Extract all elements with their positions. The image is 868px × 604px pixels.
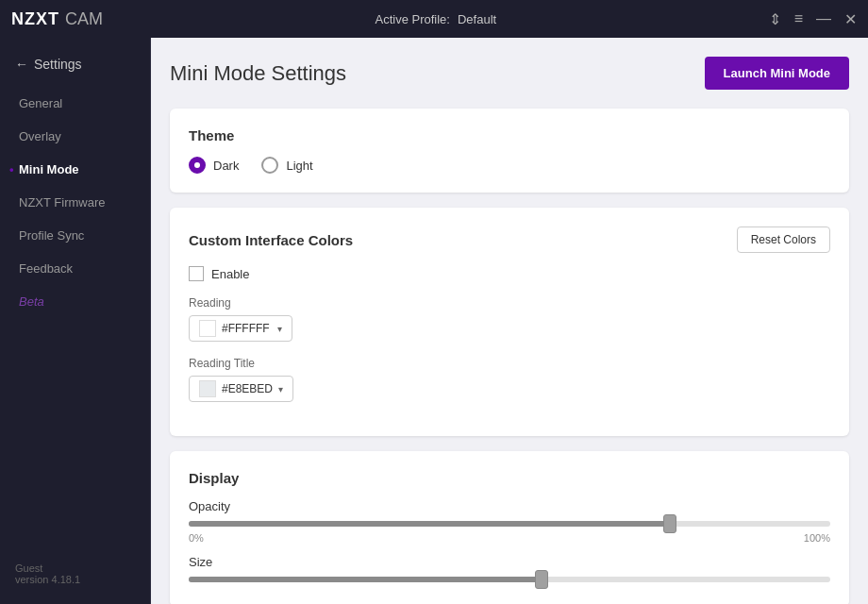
- opacity-slider-labels: 0% 100%: [189, 532, 830, 544]
- size-section: Size: [189, 555, 830, 582]
- sidebar-item-feedback[interactable]: Feedback: [0, 252, 150, 285]
- back-to-settings[interactable]: ← Settings: [0, 47, 150, 81]
- sidebar-footer: Guest version 4.18.1: [0, 553, 150, 595]
- enable-checkbox[interactable]: [189, 266, 204, 281]
- logo-cam: CAM: [65, 9, 103, 29]
- reading-title-color-picker-row: #E8EBED ▾: [189, 376, 830, 402]
- sidebar-spacer: [0, 318, 150, 553]
- active-profile-label: Active Profile:: [375, 12, 449, 26]
- sidebar-item-mini-mode[interactable]: Mini Mode: [0, 153, 150, 186]
- active-profile: Active Profile: Default: [375, 12, 496, 26]
- size-slider-track: [189, 577, 830, 582]
- reading-color-section: Reading #FFFFFF ▾: [189, 296, 830, 342]
- sidebar: ← Settings General Overlay Mini Mode NZX…: [0, 38, 151, 604]
- size-label: Size: [189, 555, 830, 569]
- sidebar-item-nzxt-firmware[interactable]: NZXT Firmware: [0, 186, 150, 219]
- opacity-section: Opacity 0% 100%: [189, 499, 830, 544]
- reading-dropdown-arrow: ▾: [277, 324, 282, 334]
- theme-card-title: Theme: [189, 127, 830, 143]
- custom-colors-card: Custom Interface Colors Reset Colors Ena…: [170, 208, 849, 436]
- main-layout: ← Settings General Overlay Mini Mode NZX…: [0, 38, 868, 604]
- sidebar-item-beta[interactable]: Beta: [0, 285, 150, 318]
- reading-title-color-picker[interactable]: #E8EBED ▾: [189, 376, 293, 402]
- reading-color-hex: #FFFFFF: [222, 322, 270, 335]
- opacity-label: Opacity: [189, 499, 830, 513]
- opacity-slider-thumb[interactable]: [663, 514, 676, 533]
- titlebar: NZXT CAM Active Profile: Default ⇕ ≡ — ✕: [0, 0, 868, 38]
- theme-light-radio[interactable]: [261, 157, 278, 174]
- app-logo: NZXT CAM: [11, 9, 103, 29]
- reading-color-swatch: [199, 320, 216, 337]
- opacity-min-label: 0%: [189, 532, 204, 544]
- sidebar-item-profile-sync[interactable]: Profile Sync: [0, 219, 150, 252]
- reading-title-color-section: Reading Title #E8EBED ▾: [189, 357, 830, 402]
- app-version: version 4.18.1: [15, 574, 135, 585]
- reading-title-label: Reading Title: [189, 357, 830, 370]
- reading-title-color-swatch: [199, 380, 216, 397]
- user-name: Guest: [15, 562, 135, 574]
- page-header: Mini Mode Settings Launch Mini Mode: [170, 57, 849, 90]
- reading-label: Reading: [189, 296, 830, 310]
- page-title: Mini Mode Settings: [170, 61, 346, 86]
- opacity-max-label: 100%: [804, 532, 830, 544]
- settings-label: Settings: [34, 57, 82, 72]
- enable-label: Enable: [211, 267, 249, 281]
- logo-nzxt: NZXT: [11, 9, 59, 29]
- reading-title-dropdown-arrow: ▾: [278, 384, 283, 394]
- sidebar-item-overlay[interactable]: Overlay: [0, 120, 150, 153]
- close-icon[interactable]: ✕: [844, 10, 857, 28]
- reading-color-picker[interactable]: #FFFFFF ▾: [189, 315, 292, 342]
- menu-icon[interactable]: ≡: [794, 10, 803, 27]
- theme-dark-label: Dark: [213, 159, 239, 173]
- theme-light-label: Light: [286, 159, 312, 173]
- reading-color-picker-row: #FFFFFF ▾: [189, 315, 830, 342]
- opacity-slider-fill: [189, 521, 670, 527]
- size-slider-fill: [189, 577, 542, 582]
- theme-light-option[interactable]: Light: [261, 157, 312, 174]
- custom-colors-header: Custom Interface Colors Reset Colors: [189, 226, 830, 253]
- sidebar-item-general[interactable]: General: [0, 87, 150, 120]
- back-arrow-icon: ←: [15, 57, 28, 72]
- opacity-slider-track: [189, 521, 830, 527]
- opacity-slider-container: [189, 521, 830, 527]
- size-slider-thumb[interactable]: [535, 570, 548, 589]
- theme-options: Dark Light: [189, 157, 830, 174]
- custom-colors-title: Custom Interface Colors: [189, 232, 353, 248]
- theme-dark-radio[interactable]: [189, 157, 206, 174]
- stack-icon[interactable]: ⇕: [769, 10, 781, 28]
- profile-name: Default: [458, 12, 496, 26]
- content-area: Mini Mode Settings Launch Mini Mode Them…: [151, 38, 868, 604]
- minimize-icon[interactable]: —: [816, 10, 831, 27]
- reset-colors-button[interactable]: Reset Colors: [737, 226, 830, 253]
- launch-mini-mode-button[interactable]: Launch Mini Mode: [705, 57, 849, 90]
- enable-row: Enable: [189, 266, 830, 281]
- display-card: Display Opacity 0% 100% Size: [170, 451, 849, 604]
- size-slider-container: [189, 577, 830, 582]
- theme-dark-option[interactable]: Dark: [189, 157, 239, 174]
- reading-title-color-hex: #E8EBED: [222, 382, 273, 395]
- theme-card: Theme Dark Light: [170, 109, 849, 193]
- window-controls: ⇕ ≡ — ✕: [769, 10, 857, 28]
- display-card-title: Display: [189, 470, 830, 486]
